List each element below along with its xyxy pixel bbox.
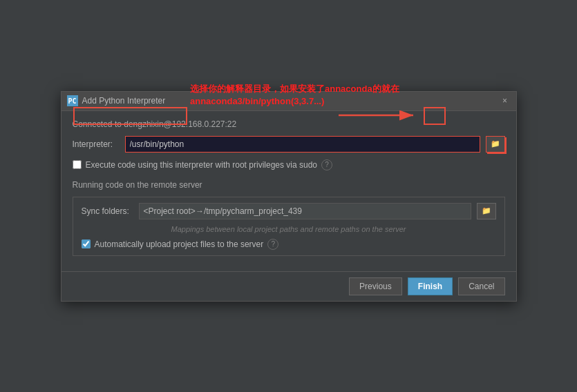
- previous-button[interactable]: Previous: [349, 277, 402, 295]
- close-button[interactable]: ×: [500, 95, 511, 106]
- auto-upload-help-icon[interactable]: ?: [267, 239, 278, 250]
- sync-browse-button[interactable]: 📁: [477, 203, 496, 219]
- finish-button[interactable]: Finish: [408, 277, 453, 295]
- dialog-container: PC Add Python Interpreter × Connected to…: [61, 91, 517, 302]
- interpreter-row: Interpreter: 📁: [73, 136, 505, 153]
- interpreter-label: Interpreter:: [73, 139, 120, 149]
- sudo-checkbox[interactable]: [73, 160, 82, 169]
- title-bar: PC Add Python Interpreter ×: [62, 92, 516, 111]
- sudo-help-icon[interactable]: ?: [321, 159, 332, 170]
- interpreter-input[interactable]: [125, 136, 480, 153]
- browse-icon: 📁: [491, 139, 500, 148]
- sync-folders-label: Sync folders:: [82, 206, 133, 216]
- interpreter-browse-button[interactable]: 📁: [486, 136, 505, 153]
- sync-browse-icon: 📁: [482, 206, 491, 215]
- app-icon: PC: [67, 95, 78, 106]
- sudo-row: Execute code using this interpreter with…: [73, 159, 505, 170]
- dialog-footer: Previous Finish Cancel: [62, 271, 516, 301]
- auto-upload-label: Automatically upload project files to th…: [95, 239, 264, 249]
- sudo-label: Execute code using this interpreter with…: [86, 160, 318, 170]
- connection-info: Connected to dengzhixin@192.168.0.227:22: [73, 119, 505, 129]
- sync-folders-row: Sync folders: 📁: [82, 203, 496, 219]
- sync-section: Sync folders: 📁 Mappings between local p…: [73, 197, 505, 256]
- sync-section-title: Running code on the remote server: [73, 180, 505, 190]
- auto-upload-checkbox[interactable]: [82, 239, 91, 248]
- sync-folders-input[interactable]: [139, 203, 471, 219]
- sync-hint: Mappings between local project paths and…: [82, 225, 496, 233]
- dialog-title: Add Python Interpreter: [82, 96, 495, 106]
- dialog-body: Connected to dengzhixin@192.168.0.227:22…: [62, 111, 516, 271]
- cancel-button[interactable]: Cancel: [458, 277, 504, 295]
- auto-upload-row: Automatically upload project files to th…: [82, 239, 496, 250]
